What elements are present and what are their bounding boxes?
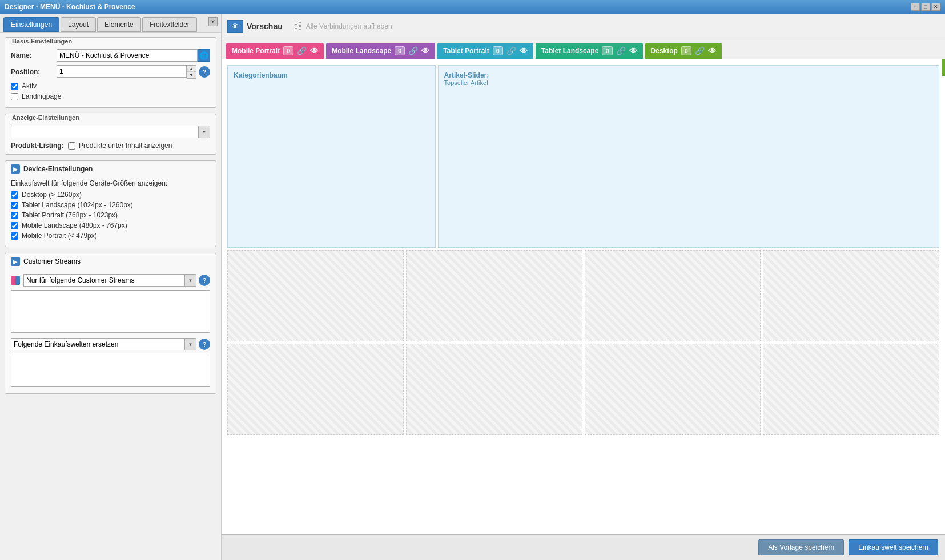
anzeige-inner: ▼ Produkt-Listing: Produkte unter Inhalt…: [5, 121, 216, 154]
name-label: Name:: [11, 51, 57, 59]
name-row: Name: 🌐: [11, 49, 210, 62]
placeholder-3-3[interactable]: [585, 344, 761, 435]
close-button[interactable]: ✕: [931, 3, 940, 11]
position-help[interactable]: ?: [199, 66, 210, 78]
anzeige-dropdown-wrapper: ▼: [11, 126, 210, 138]
cs-dropdown-row: Nur für folgende Customer Streams ▼ ?: [11, 274, 210, 287]
basis-legend: Basis-Einstellungen: [10, 38, 74, 45]
preview-button[interactable]: 👁 Vorschau: [227, 20, 283, 33]
placeholder-3-4[interactable]: [763, 344, 939, 435]
tab-mobile-portrait[interactable]: Mobile Portrait 0 🔗 👁: [226, 43, 324, 59]
disconnect-button[interactable]: ⛓ Alle Verbindungen aufheben: [288, 18, 397, 34]
cs-textarea[interactable]: [11, 290, 210, 333]
placeholder-2-4[interactable]: [763, 250, 939, 341]
anzeige-legend: Anzeige-Einstellungen: [10, 114, 82, 121]
left-panel-close[interactable]: ✕: [208, 17, 218, 26]
tab-mobile-landscape[interactable]: Mobile Landscape 0 🔗 👁: [326, 43, 435, 59]
device-mobile-landscape-checkbox[interactable]: [11, 222, 18, 229]
tab-mobile-landscape-label: Mobile Landscape: [332, 47, 391, 55]
device-tablet-landscape-checkbox[interactable]: [11, 202, 18, 209]
maximize-button[interactable]: □: [921, 3, 930, 11]
tab-tablet-portrait[interactable]: Tablet Portrait 0 🔗 👁: [437, 43, 533, 59]
device-tabs: Mobile Portrait 0 🔗 👁 Mobile Landscape 0…: [222, 39, 945, 59]
ersetzen-row: Folgende Einkaufswelten ersetzen ▼ ?: [11, 338, 210, 350]
tab-mobile-landscape-badge: 0: [395, 46, 405, 55]
aktiv-row: Aktiv: [11, 82, 210, 90]
window-title: Designer - MENÜ - Kochlust & Provence: [5, 3, 135, 11]
placeholder-row-2: [227, 250, 939, 341]
device-description: Einkaufswelt für folgende Geräte-Größen …: [11, 179, 210, 187]
ersetzen-textarea[interactable]: [11, 353, 210, 387]
name-input[interactable]: [57, 49, 198, 62]
aktiv-label: Aktiv: [22, 82, 37, 90]
landingpage-row: Landingpage: [11, 92, 210, 100]
ersetzen-dropdown-arrow[interactable]: ▼: [185, 338, 196, 350]
customer-streams-title: Customer Streams: [23, 257, 81, 265]
tab-layout[interactable]: Layout: [61, 17, 96, 32]
device-tablet-landscape-label: Tablet Landscape (1024px - 1260px): [22, 201, 133, 209]
device-einstellungen-group: ▶ Device-Einstellungen Einkaufswelt für …: [5, 160, 216, 247]
kategorienbaum-block[interactable]: Kategorienbaum: [227, 65, 436, 248]
ersetzen-dropdown[interactable]: Folgende Einkaufswelten ersetzen: [11, 338, 185, 350]
device-tablet-portrait-checkbox[interactable]: [11, 212, 18, 219]
tab-mobile-landscape-link-icon: 🔗: [408, 46, 418, 55]
anzeige-dropdown[interactable]: [11, 126, 199, 138]
anzeige-dropdown-arrow[interactable]: ▼: [199, 126, 210, 138]
placeholder-2-1[interactable]: [227, 250, 404, 341]
artikel-slider-subtitle: Topseller Artikel: [444, 79, 933, 86]
cs-dropdown[interactable]: Nur für folgende Customer Streams: [23, 274, 185, 287]
tab-desktop[interactable]: Desktop 0 🔗 👁: [645, 43, 722, 59]
device-desktop-checkbox[interactable]: [11, 191, 18, 199]
device-list: Einkaufswelt für folgende Geräte-Größen …: [5, 177, 216, 247]
basis-inner: Name: 🌐 Position: ▲: [5, 45, 216, 107]
titlebar: Designer - MENÜ - Kochlust & Provence − …: [0, 0, 945, 14]
landingpage-checkbox[interactable]: [11, 93, 18, 100]
device-desktop-label: Desktop (> 1260px): [22, 191, 82, 199]
produkt-checkbox[interactable]: [68, 142, 75, 150]
tab-mobile-portrait-link-icon: 🔗: [297, 46, 307, 55]
anzeige-dropdown-row: ▼: [11, 126, 210, 138]
cs-icon: [11, 276, 20, 285]
tab-einstellungen[interactable]: Einstellungen: [3, 17, 59, 32]
placeholder-2-3[interactable]: [585, 250, 761, 341]
tab-desktop-eye-icon: 👁: [708, 46, 716, 55]
device-item-desktop: Desktop (> 1260px): [11, 191, 210, 199]
device-header[interactable]: ▶ Device-Einstellungen: [5, 161, 216, 177]
tab-mobile-landscape-eye-icon: 👁: [421, 46, 429, 55]
tab-freitextfelder[interactable]: Freitextfelder: [142, 17, 197, 32]
cs-help-button[interactable]: ?: [199, 275, 210, 286]
tab-tablet-landscape[interactable]: Tablet Landscape 0 🔗 👁: [536, 43, 643, 59]
minimize-button[interactable]: −: [911, 3, 920, 11]
canvas-area[interactable]: Kategorienbaum Artikel-Slider: Topseller…: [222, 59, 945, 534]
cs-dropdown-inner: Nur für folgende Customer Streams ▼: [23, 274, 196, 287]
canvas-inner: Kategorienbaum Artikel-Slider: Topseller…: [222, 59, 945, 534]
artikel-slider-block[interactable]: Artikel-Slider: Topseller Artikel: [438, 65, 939, 248]
placeholder-row-3: [227, 344, 939, 435]
disconnect-label: Alle Verbindungen aufheben: [306, 22, 392, 30]
position-input[interactable]: [57, 65, 187, 78]
tab-tablet-landscape-badge: 0: [602, 46, 612, 55]
bottom-bar: Als Vorlage speichern Einkaufswelt speic…: [222, 534, 945, 560]
aktiv-checkbox[interactable]: [11, 83, 18, 90]
cs-dropdown-arrow[interactable]: ▼: [185, 274, 196, 287]
placeholder-2-2[interactable]: [406, 250, 582, 341]
save-world-button[interactable]: Einkaufswelt speichern: [849, 539, 938, 555]
tab-mobile-portrait-label: Mobile Portrait: [232, 47, 280, 55]
tab-mobile-portrait-badge: 0: [283, 46, 293, 55]
spinner-down[interactable]: ▼: [187, 72, 196, 78]
device-mobile-portrait-checkbox[interactable]: [11, 232, 18, 240]
placeholder-3-1[interactable]: [227, 344, 404, 435]
ersetzen-help-button[interactable]: ?: [199, 339, 210, 350]
customer-streams-header[interactable]: ▶ Customer Streams: [5, 253, 216, 269]
placeholder-3-2[interactable]: [406, 344, 582, 435]
globe-button[interactable]: 🌐: [198, 49, 210, 62]
cs-expand-icon: ▶: [11, 257, 20, 266]
tab-desktop-link-icon: 🔗: [695, 46, 705, 55]
landingpage-label: Landingpage: [22, 92, 61, 100]
spinner-up[interactable]: ▲: [187, 66, 196, 72]
device-title: Device-Einstellungen: [23, 165, 93, 173]
kategorienbaum-title: Kategorienbaum: [234, 71, 429, 79]
device-mobile-portrait-label: Mobile Portrait (< 479px): [22, 232, 97, 240]
save-template-button[interactable]: Als Vorlage speichern: [758, 539, 844, 555]
tab-elemente[interactable]: Elemente: [97, 17, 141, 32]
